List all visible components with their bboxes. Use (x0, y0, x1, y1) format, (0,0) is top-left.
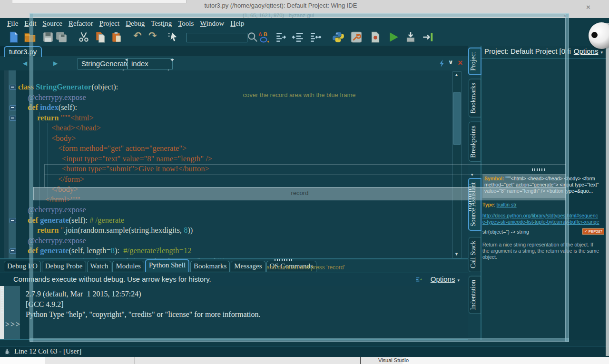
member-combo[interactable]: index (128, 58, 173, 69)
menu-tools[interactable]: Tools (178, 20, 194, 28)
doc-link-line2[interactable]: e-types-str-unicode-list-tuple-bytearray… (482, 219, 599, 225)
build-icon[interactable] (350, 31, 363, 43)
recorder-close-icon[interactable]: × (563, 13, 566, 19)
sash-grip[interactable] (469, 185, 471, 211)
fold-marker-icon[interactable] (10, 116, 16, 121)
options-label: Options (574, 47, 599, 55)
type-row: Type: builtin str (482, 202, 605, 208)
menu-window[interactable]: Window (200, 20, 224, 28)
taskbar-segment[interactable] (0, 357, 45, 364)
spinner-icon[interactable] (167, 60, 170, 67)
paste-icon[interactable] (110, 31, 123, 43)
save-all-icon[interactable] (55, 31, 68, 43)
new-snippet-icon[interactable] (369, 31, 382, 43)
signature: str(object='') -> string (482, 229, 529, 235)
spinner-icon[interactable] (121, 60, 125, 67)
step-into-icon[interactable] (422, 31, 434, 43)
editor-close-icon[interactable]: × (458, 58, 463, 68)
scroll-down-icon[interactable]: ▼ (453, 252, 460, 256)
replace-icon[interactable]: AB (258, 31, 270, 43)
split-editor-icon[interactable] (438, 59, 446, 68)
tab-modules[interactable]: Modules (112, 261, 144, 272)
right-tab-call-stack[interactable]: Call Stack (469, 237, 481, 272)
menu-project[interactable]: Project (99, 20, 120, 28)
record-frame-left-edge[interactable] (29, 13, 33, 342)
code-line: def index(self): (28, 102, 77, 113)
code-line: @cherrypy.expose (28, 205, 86, 215)
python-icon[interactable] (332, 31, 344, 43)
tab-watch[interactable]: Watch (87, 261, 112, 272)
indent-toggle-icon[interactable] (309, 31, 322, 43)
menu-debug[interactable]: Debug (126, 20, 145, 28)
right-tab-indentation[interactable]: Indentation (469, 276, 481, 314)
class-combo[interactable]: StringGenerator (78, 58, 128, 69)
code-line: return ''.join(random.sample(string.hexd… (37, 225, 193, 236)
editor-toolbar: ◀ ▶ StringGenerator index ∨ × (0, 57, 468, 71)
shell-output-line: 2.7.9 (default, Mar 1 2015, 12:57:24) (26, 290, 141, 298)
chevron-down-icon[interactable]: ∨ (448, 59, 453, 66)
record-frame-top-edge[interactable] (29, 13, 569, 17)
indent-icon[interactable] (275, 31, 287, 43)
menu-help[interactable]: Help (230, 20, 244, 28)
shell-menu-icon[interactable] (415, 276, 422, 284)
code-line: @cherrypy.expose (28, 236, 86, 246)
nav-forward-icon[interactable]: ▶ (53, 60, 58, 67)
fold-marker-icon[interactable] (10, 218, 16, 223)
type-link[interactable]: builtin str (497, 202, 517, 207)
scrollbar-thumb[interactable] (453, 92, 461, 145)
tab-messages[interactable]: Messages (231, 261, 265, 272)
project-panel: Project: Default Project [0 fi Options▾ (481, 46, 607, 170)
shell-prompt[interactable]: >>> (5, 320, 21, 329)
new-file-icon[interactable] (8, 31, 20, 43)
update-icon[interactable] (404, 31, 417, 43)
scroll-up-icon[interactable]: ▲ (453, 72, 460, 77)
search-icon[interactable] (246, 31, 259, 43)
tab-python-shell[interactable]: Python Shell (145, 259, 189, 272)
python-shell[interactable]: 2.7.9 (default, Mar 1 2015, 12:57:24)[GC… (0, 286, 468, 340)
search-input[interactable] (187, 33, 247, 42)
record-frame-bottom-edge[interactable] (29, 338, 569, 342)
panel-divider[interactable] (0, 258, 468, 259)
svg-text:A: A (258, 31, 262, 37)
menu-source[interactable]: Source (42, 20, 62, 28)
tab-debug-probe[interactable]: Debug Probe (42, 261, 86, 272)
fold-marker-icon[interactable] (10, 85, 16, 90)
menu-refactor[interactable]: Refactor (69, 20, 93, 28)
shell-options-button[interactable]: Options▾ (431, 275, 460, 283)
taskbar-item-visual-studio[interactable]: Visual Studio (378, 357, 409, 363)
redo-icon[interactable]: ↷ (148, 30, 157, 41)
close-icon[interactable]: × (586, 3, 590, 11)
code-line: <head></head> (51, 123, 101, 133)
taskbar-divider (360, 357, 361, 364)
run-icon[interactable] (387, 31, 400, 43)
menu-testing[interactable]: Testing (151, 20, 172, 28)
unindent-icon[interactable] (292, 31, 304, 43)
sash-grip[interactable] (1, 288, 3, 313)
select-tool-icon[interactable] (167, 31, 180, 43)
cut-icon[interactable] (78, 31, 90, 43)
copy-icon[interactable] (94, 31, 107, 43)
undo-icon[interactable]: ↶ (133, 30, 142, 41)
taskbar-segment[interactable] (403, 357, 609, 364)
window-title: tutor3.py (/home/gaoy/qttest): Default P… (0, 2, 561, 9)
svg-text:B: B (264, 31, 267, 37)
recorder-instruction-top: cover the record area with the blue fram… (29, 91, 569, 98)
sash-grip[interactable] (275, 259, 294, 261)
nav-back-icon[interactable]: ◀ (23, 60, 27, 67)
doc-link-line1[interactable]: http://docs.python.org/library/stdtypes.… (482, 213, 598, 218)
save-icon[interactable] (42, 31, 54, 43)
debug-bug-icon[interactable] (4, 348, 10, 355)
menu-file[interactable]: File (7, 20, 18, 28)
sash-grip[interactable] (532, 168, 545, 171)
tab-bookmarks[interactable]: Bookmarks (190, 261, 230, 272)
doc-link[interactable]: http://docs.python.org/library/stdtypes.… (482, 213, 605, 225)
right-tab-project[interactable]: Project (468, 48, 481, 75)
tab-tutor3-py[interactable]: tutor3.py (4, 46, 42, 57)
record-button[interactable]: record (33, 187, 566, 200)
fold-marker-icon[interactable] (10, 105, 16, 110)
editor-gutter (4, 70, 9, 258)
right-tab-breakpoints[interactable]: Breakpoints (469, 122, 481, 162)
fold-marker-icon[interactable] (10, 248, 16, 254)
tab-debug-i-o[interactable]: Debug I/O (4, 261, 41, 272)
shell-gutter (4, 286, 20, 339)
